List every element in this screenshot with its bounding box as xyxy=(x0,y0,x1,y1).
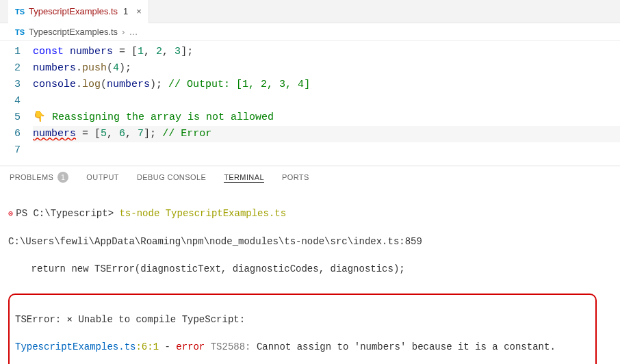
breadcrumb-file: TypescriptExamples.ts xyxy=(29,27,118,37)
editor-tab-bar: TS TypescriptExamples.ts 1 × xyxy=(0,0,620,23)
close-icon[interactable]: × xyxy=(136,6,142,16)
error-highlight-box: TSError: ⨯ Unable to compile TypeScript:… xyxy=(8,294,597,364)
tab-problems[interactable]: PROBLEMS 1 xyxy=(10,172,68,183)
breadcrumb-more: … xyxy=(129,27,138,37)
terminal-line: TSError: ⨯ Unable to compile TypeScript: xyxy=(15,313,590,326)
line-number: 5 xyxy=(0,109,21,126)
terminal-line: ⊗PS C:\Typescript> ts-node TypescriptExa… xyxy=(8,207,612,221)
line-number: 7 xyxy=(0,142,21,159)
code-editor[interactable]: 1 2 3 4 5 6 7 const numbers = [1, 2, 3];… xyxy=(0,41,620,166)
chevron-right-icon: › xyxy=(122,27,125,37)
code-line xyxy=(33,93,620,109)
terminal-line: C:\Users\fewli\AppData\Roaming\npm\node_… xyxy=(8,235,612,248)
terminal-panel[interactable]: ⊗PS C:\Typescript> ts-node TypescriptExa… xyxy=(0,189,620,364)
tab-ports[interactable]: PORTS xyxy=(282,173,309,182)
typescript-file-icon: TS xyxy=(15,8,25,16)
code-line: 👇 Reassigning the array is not allowed xyxy=(33,109,620,126)
tab-label: OUTPUT xyxy=(86,173,119,181)
code-line: numbers = [5, 6, 7]; // Error xyxy=(33,126,620,142)
code-line: numbers.push(4); xyxy=(33,60,620,77)
tab-label: PROBLEMS xyxy=(10,173,53,181)
command-text: ts-node TypescriptExamples.ts xyxy=(119,208,286,219)
tab-label: PORTS xyxy=(282,173,309,181)
line-number: 3 xyxy=(0,77,21,93)
line-number: 1 xyxy=(0,44,21,60)
terminal-line: return new TSError(diagnosticText, diagn… xyxy=(8,262,612,276)
code-line: const numbers = [1, 2, 3]; xyxy=(33,44,620,60)
tab-label: DEBUG CONSOLE xyxy=(137,173,206,181)
line-number: 4 xyxy=(0,93,21,109)
tab-output[interactable]: OUTPUT xyxy=(86,173,119,182)
tab-debug-console[interactable]: DEBUG CONSOLE xyxy=(137,173,206,182)
panel-tab-bar: PROBLEMS 1 OUTPUT DEBUG CONSOLE TERMINAL… xyxy=(0,166,620,189)
line-number: 6 xyxy=(0,126,21,142)
problems-count-badge: 1 xyxy=(57,172,68,183)
error-squiggle: numbers xyxy=(33,128,76,140)
file-link[interactable]: TypescriptExamples.ts xyxy=(15,341,135,352)
terminal-line: TypescriptExamples.ts:6:1 - error TS2588… xyxy=(15,340,590,354)
tab-terminal[interactable]: TERMINAL xyxy=(224,173,264,183)
tab-label: TERMINAL xyxy=(224,173,264,181)
tab-title: TypescriptExamples.ts xyxy=(29,6,118,16)
tab-typescript-examples[interactable]: TS TypescriptExamples.ts 1 × xyxy=(8,0,149,23)
line-number: 2 xyxy=(0,60,21,77)
typescript-file-icon: TS xyxy=(15,28,25,36)
line-number-gutter: 1 2 3 4 5 6 7 xyxy=(0,44,33,159)
prompt: PS C:\Typescript> xyxy=(16,208,119,219)
error-icon: ⊗ xyxy=(8,209,13,219)
code-line: console.log(numbers); // Output: [1, 2, … xyxy=(33,77,620,93)
tab-dirty-indicator: 1 xyxy=(123,6,128,16)
breadcrumb[interactable]: TS TypescriptExamples.ts › … xyxy=(0,23,620,41)
code-line xyxy=(33,142,620,159)
code-content[interactable]: const numbers = [1, 2, 3]; numbers.push(… xyxy=(33,44,620,159)
